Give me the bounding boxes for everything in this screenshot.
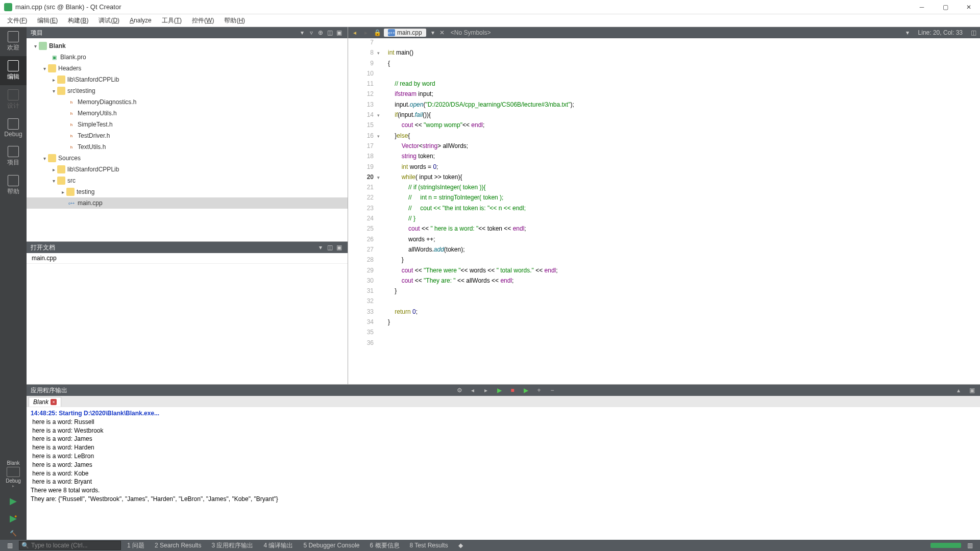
menu-widgets[interactable]: 控件(W) [187,15,219,27]
maximize-button[interactable]: ▢ [938,2,952,12]
output-line: here is a word: Westbrook [31,427,976,435]
h-file-icon: h [67,143,76,151]
close-tab-icon[interactable]: × [51,399,57,405]
sb-test-results[interactable]: 8 Test Results [406,541,452,550]
rerun-button[interactable]: ▶ [495,387,503,394]
filter-icon[interactable]: ▾ [298,29,307,36]
menu-build[interactable]: 构建(B) [63,15,93,27]
code-content[interactable]: int main() { // read by word ifstream in… [378,38,980,384]
mode-debug[interactable]: Debug [0,114,27,142]
file-tab[interactable]: c++ main.cpp [384,29,426,37]
tree-root[interactable]: ▾Blank [27,40,348,52]
h-file-icon: h [67,120,76,129]
locator-placeholder: Type to locate (Ctrl... [31,542,88,549]
editor-toolbar: ◂ ▸ 🔒 c++ main.cpp ▾ ✕ <No Symbols> ▾ Li… [348,27,980,38]
menu-file[interactable]: 文件(F) [2,15,32,27]
nav-forward-button[interactable]: ▸ [361,29,371,36]
menu-debug[interactable]: 调试(D) [93,15,125,27]
mode-edit[interactable]: 编辑 [0,56,27,85]
pro-file-icon: ▣ [50,53,58,61]
collapse-button[interactable]: ▴ [954,387,963,394]
link-icon[interactable]: ⊕ [316,29,325,36]
code-editor[interactable]: 7 8▾ 9 10 11 12 13 14▾ 15 16▾ 17 18 19 2… [348,38,980,384]
output-header: 应用程序输出 ⚙ ◂ ▸ ▶ ■ ▶ + − ▴ ▣ [27,385,980,396]
sb-issues[interactable]: 1 问题 [123,540,149,551]
tree-header-file[interactable]: hSimpleTest.h [27,119,348,130]
attach-button[interactable]: ▶ [522,387,530,394]
output-line: here is a word: James [31,461,976,469]
tree-header-file[interactable]: hMemoryDiagnostics.h [27,96,348,108]
filter-icon[interactable]: ⚙ [455,387,463,394]
close-button[interactable]: ▣ [968,387,976,394]
project-icon [39,42,47,50]
debug-run-button[interactable]: ▶● [0,510,27,527]
minimize-button[interactable]: ─ [915,2,929,12]
window-title: main.cpp (src @ Blank) - Qt Creator [15,3,915,11]
tree-testing-folder[interactable]: ▾src\testing [27,85,348,96]
tree-testing-sub[interactable]: ▸testing [27,186,348,197]
tree-main-cpp[interactable]: c++main.cpp [27,197,348,209]
locator-input[interactable]: 🔍 Type to locate (Ctrl... [19,541,121,550]
sb-search-results[interactable]: 2 Search Results [151,541,205,550]
sb-app-output[interactable]: 3 应用程序输出 [207,540,257,551]
sb-more[interactable]: ◆ [454,541,467,550]
remove-button[interactable]: − [548,387,556,394]
mode-projects[interactable]: 项目 [0,142,27,171]
toggle-right-sidebar-button[interactable]: ▥ [963,541,977,550]
tree-src-folder[interactable]: ▾src [27,175,348,186]
dropdown-icon[interactable]: ▾ [428,29,437,36]
next-button[interactable]: ▸ [482,387,490,394]
dropdown-icon[interactable]: ▾ [316,244,325,251]
mode-help[interactable]: 帮助 [0,171,27,200]
prev-button[interactable]: ◂ [469,387,477,394]
menu-analyze[interactable]: Analyze [125,15,157,26]
project-tree[interactable]: ▾Blank ▣Blank.pro ▾Headers ▸lib\Stanford… [27,38,348,241]
build-button[interactable]: 🔨 [0,527,27,540]
folder-icon [57,76,65,84]
open-doc-item[interactable]: main.cpp [27,253,348,264]
dropdown-icon[interactable]: ▾ [903,29,912,36]
menu-help[interactable]: 帮助(H) [219,15,250,27]
tree-header-file[interactable]: hMemoryUtils.h [27,108,348,119]
toggle-sidebar-button[interactable]: ▥ [3,541,17,550]
mode-welcome[interactable]: 欢迎 [0,27,27,56]
open-docs-title: 打开文档 [31,243,55,252]
target-selector[interactable]: Blank Debug ▸ [0,456,27,492]
tree-headers[interactable]: ▾Headers [27,63,348,74]
tree-header-file[interactable]: hTextUtils.h [27,141,348,153]
sb-compile-output[interactable]: 4 编译输出 [259,540,297,551]
tree-lib-folder-2[interactable]: ▸lib\StanfordCPPLib [27,164,348,175]
close-button[interactable]: ▣ [334,244,344,251]
sb-debugger-console[interactable]: 5 Debugger Console [299,541,363,550]
symbol-selector[interactable]: <No Symbols> [447,29,495,36]
tree-pro-file[interactable]: ▣Blank.pro [27,52,348,63]
filter-button[interactable]: ▿ [307,29,316,36]
stop-button[interactable]: ■ [508,387,517,394]
mode-design[interactable]: 设计 [0,85,27,114]
sb-general[interactable]: 6 概要信息 [366,540,404,551]
menu-tools[interactable]: 工具(T) [157,15,187,27]
output-line: here is a word: LeBron [31,452,976,461]
close-button[interactable]: ✕ [962,2,976,12]
menu-edit[interactable]: 编辑(E) [32,15,63,27]
split-button[interactable]: ◫ [969,29,978,36]
lock-icon[interactable]: 🔒 [373,29,382,36]
folder-icon [57,87,65,95]
open-documents-panel: 打开文档 ▾ ◫ ▣ main.cpp [27,241,348,384]
split-button[interactable]: ◫ [325,244,334,251]
tree-lib-folder[interactable]: ▸lib\StanfordCPPLib [27,74,348,85]
project-panel-header: 项目 ▾ ▿ ⊕ ◫ ▣ [27,27,348,38]
tree-header-file[interactable]: hTestDriver.h [27,130,348,141]
add-button[interactable]: + [535,387,543,394]
nav-back-button[interactable]: ◂ [350,29,359,36]
split-button[interactable]: ◫ [325,29,334,36]
close-panel-button[interactable]: ▣ [334,29,344,36]
output-tab[interactable]: Blank × [29,397,61,407]
cpp-file-icon: c++ [67,199,76,207]
run-button[interactable]: ▶ [0,492,27,510]
open-docs-list[interactable]: main.cpp [27,253,348,384]
tree-sources[interactable]: ▾Sources [27,153,348,164]
output-body[interactable]: 14:48:25: Starting D:\2020\Blank\Blank.e… [27,407,980,540]
close-file-button[interactable]: ✕ [439,29,445,36]
h-file-icon: h [67,98,76,106]
